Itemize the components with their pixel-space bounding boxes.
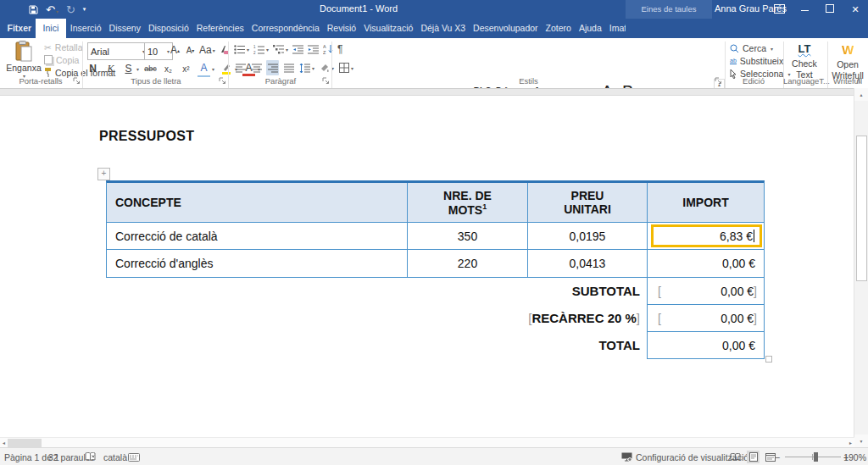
subscript-button[interactable]: x₂ — [162, 61, 175, 76]
cell-concepte[interactable]: Correcció de català — [107, 223, 408, 250]
text-effects-button[interactable]: A — [198, 60, 210, 77]
cell-mots[interactable]: 220 — [408, 250, 528, 277]
tab-correspondencia[interactable]: Correspondència — [248, 19, 323, 38]
tab-visualitzacio[interactable]: Visualització — [360, 19, 417, 38]
cell-import-field[interactable]: 6,83 € — [648, 223, 764, 250]
writefull-group-label: Writefull — [827, 76, 868, 86]
vertical-scroll-thumb[interactable] — [856, 136, 867, 281]
table-row[interactable]: Correcció de català 350 0,0195 6,83 € — [107, 223, 764, 250]
recarrec-row[interactable]: [RECÀRREC 20 %] [ 0,00 € ] — [106, 304, 765, 332]
zoom-slider-track[interactable] — [785, 457, 841, 457]
subtotal-value-cell[interactable]: [ 0,00 € ] — [647, 277, 765, 305]
show-paragraph-marks-button[interactable]: ¶ — [337, 43, 342, 55]
title-bar: ↶▾ ↻ ▾ Document1 - Word Eines de taules … — [0, 0, 868, 19]
superscript-button[interactable]: x² — [180, 61, 192, 76]
languagetool-check-text-button[interactable]: LT Check Text — [787, 43, 822, 80]
minimize-button[interactable] — [792, 4, 817, 14]
redo-button[interactable]: ↻ — [66, 3, 75, 16]
horizontal-scroll-thumb[interactable] — [8, 439, 42, 447]
zoom-slider-thumb[interactable] — [814, 452, 818, 462]
svg-text:1: 1 — [253, 45, 256, 49]
bullets-button[interactable] — [234, 45, 246, 54]
maximize-button[interactable] — [817, 4, 843, 14]
tab-fitxer[interactable]: Fitxer — [3, 19, 36, 38]
borders-button[interactable] — [337, 60, 350, 75]
bold-button[interactable]: N — [86, 61, 99, 76]
find-button[interactable]: Cerca▾ — [730, 42, 773, 54]
language-indicator[interactable]: català — [103, 448, 127, 465]
grow-font-button[interactable]: A▴ — [169, 42, 181, 58]
italic-button[interactable]: K — [104, 61, 117, 76]
replace-icon: ab — [730, 58, 737, 64]
undo-dropdown-icon[interactable]: ▾ — [56, 9, 58, 14]
tab-disseny[interactable]: Disseny — [105, 19, 144, 38]
tab-referencies[interactable]: Referències — [192, 19, 248, 38]
highlight-button[interactable] — [220, 61, 232, 76]
shading-button[interactable] — [318, 60, 331, 75]
font-family-select[interactable]: Arial▾ — [87, 42, 148, 60]
zoom-slider-center-tick — [812, 454, 813, 460]
read-mode-icon[interactable] — [727, 448, 743, 465]
align-left-button[interactable] — [234, 60, 247, 75]
subtotal-label: SUBTOTAL — [106, 277, 647, 305]
keyboard-icon[interactable] — [128, 448, 140, 465]
close-button[interactable]: ✕ — [843, 4, 868, 15]
svg-text:A: A — [323, 44, 326, 49]
table-resize-handle[interactable] — [765, 356, 772, 363]
subtotal-row[interactable]: SUBTOTAL [ 0,00 € ] — [106, 277, 765, 305]
styles-dialog-launcher-icon[interactable] — [715, 77, 722, 85]
tab-ajuda[interactable]: Ajuda — [575, 19, 605, 38]
numbering-button[interactable]: 12 — [253, 45, 265, 54]
align-center-button[interactable] — [250, 60, 263, 75]
save-icon[interactable] — [29, 5, 38, 14]
tab-imatge-slub[interactable]: Imatge SLUB — [605, 19, 626, 38]
table-move-handle[interactable]: + — [97, 168, 110, 180]
tab-insercio[interactable]: Inserció — [66, 19, 105, 38]
scroll-up-icon[interactable]: ▲ — [854, 88, 868, 101]
tab-revisio[interactable]: Revisió — [323, 19, 359, 38]
paragraph-dialog-launcher-icon[interactable] — [322, 77, 330, 85]
cell-preu[interactable]: 0,0195 — [528, 223, 648, 250]
cell-mots[interactable]: 350 — [408, 223, 528, 250]
align-right-button[interactable] — [266, 60, 279, 75]
contextual-tab-label: Eines de taules — [626, 4, 712, 14]
tab-desenvolupador[interactable]: Desenvolupador — [470, 19, 542, 38]
clipboard-dialog-launcher-icon[interactable] — [73, 77, 81, 85]
document-canvas[interactable]: PRESSUPOST + CONCEPTE NRE. DE MOTS1 PREU… — [0, 88, 868, 437]
cell-concepte[interactable]: Correcció d'anglès — [107, 250, 408, 277]
strikethrough-button[interactable]: abc — [144, 61, 157, 76]
decrease-indent-button[interactable] — [292, 45, 303, 54]
total-row[interactable]: TOTAL 0,00 € — [106, 331, 765, 359]
change-case-button[interactable]: Aa▾ — [199, 42, 215, 58]
collapse-ribbon-icon[interactable]: ∧ — [855, 76, 861, 85]
tab-zotero[interactable]: Zotero — [542, 19, 575, 38]
paste-button[interactable]: Enganxa ▾ — [7, 41, 41, 80]
line-spacing-button[interactable] — [298, 60, 311, 75]
recarrec-value-cell[interactable]: [ 0,00 € ] — [647, 304, 765, 332]
vertical-scrollbar[interactable]: ▲ ▼ — [854, 88, 868, 447]
ribbon-tab-row: Fitxer Inici Inserció Disseny Disposició… — [0, 19, 868, 38]
undo-button[interactable]: ↶▾ — [46, 3, 58, 16]
paragraph-group-label: Paràgraf — [231, 76, 331, 86]
cell-import[interactable]: 0,00 € — [648, 250, 764, 277]
underline-button[interactable]: S — [122, 61, 135, 76]
cell-preu[interactable]: 0,0413 — [528, 250, 648, 277]
font-dialog-launcher-icon[interactable] — [219, 77, 226, 85]
tab-dejavu[interactable]: Déjà Vu X3 — [417, 19, 470, 38]
multilevel-list-button[interactable] — [273, 45, 285, 54]
zoom-out-button[interactable]: − — [775, 448, 780, 465]
customize-qat-icon[interactable]: ▾ — [83, 6, 86, 13]
tab-inici[interactable]: Inici — [36, 19, 67, 38]
replace-button[interactable]: ab Substitueix — [730, 55, 783, 67]
table-row[interactable]: Correcció d'anglès 220 0,0413 0,00 € — [107, 250, 764, 277]
ribbon-display-options-icon[interactable] — [766, 4, 792, 15]
total-value-cell[interactable]: 0,00 € — [647, 331, 765, 359]
print-layout-icon[interactable] — [745, 448, 761, 465]
scroll-down-icon[interactable]: ▼ — [854, 435, 868, 447]
proofing-errors-icon[interactable] — [85, 448, 96, 465]
shrink-font-button[interactable]: A▾ — [184, 42, 197, 58]
increase-indent-button[interactable] — [308, 45, 319, 54]
tab-disposicio[interactable]: Disposició — [144, 19, 192, 38]
justify-button[interactable] — [282, 60, 295, 75]
zoom-level[interactable]: 190% — [843, 448, 866, 465]
